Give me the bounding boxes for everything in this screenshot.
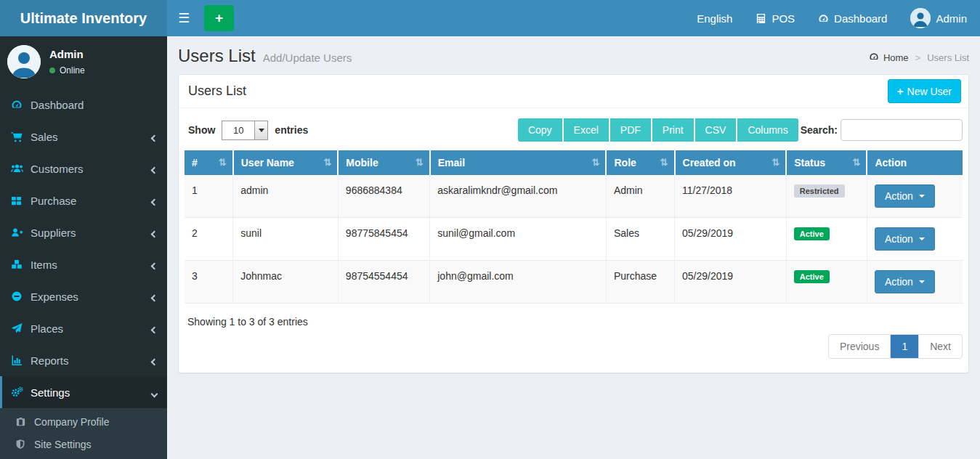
- nav-dashboard[interactable]: Dashboard: [818, 12, 887, 25]
- cell-num: 3: [185, 261, 233, 304]
- nav-language[interactable]: English: [697, 12, 732, 25]
- panel-heading: Users List + New User: [179, 75, 968, 108]
- sidebar-item-purchase[interactable]: Purchase: [0, 184, 167, 216]
- sidebar-item-customers[interactable]: Customers: [0, 153, 167, 184]
- caret-down-icon: [919, 237, 925, 240]
- col-mobile[interactable]: Mobile⇅: [338, 150, 429, 175]
- bar-chart-icon: [11, 354, 31, 366]
- chevron-left-icon: [152, 163, 157, 175]
- table-row: 3 Johnmac 98754554454 john@gmail.com Pur…: [185, 261, 963, 304]
- col-status[interactable]: Status⇅: [786, 150, 867, 175]
- users-table-wrap: #⇅ User Name⇅ Mobile⇅ Email⇅ Role⇅ Creat…: [179, 150, 968, 304]
- breadcrumb-current: Users List: [927, 52, 969, 63]
- sidebar-item-dashboard[interactable]: Dashboard: [0, 89, 167, 121]
- main-content: Users List Add/Update Users Home > Users…: [167, 36, 980, 459]
- cell-user: admin: [233, 175, 339, 218]
- sidebar: Admin Online Dashboard Sales Customers: [0, 36, 167, 459]
- search-label: Search:: [801, 124, 838, 136]
- briefcase-icon: [15, 416, 34, 427]
- new-user-button[interactable]: + New User: [888, 79, 961, 103]
- nav-pos[interactable]: POS: [756, 12, 795, 25]
- minus-circle-icon: [11, 291, 31, 302]
- avatar: [7, 45, 41, 78]
- chevron-down-icon: [254, 121, 267, 139]
- action-button[interactable]: Action: [875, 227, 935, 251]
- page-1-button[interactable]: 1: [890, 335, 918, 358]
- app-logo[interactable]: Ultimate Inventory: [0, 0, 167, 36]
- chevron-left-icon: [152, 227, 157, 239]
- shield-icon: [15, 439, 34, 450]
- online-status-icon: [49, 68, 55, 73]
- next-page-button[interactable]: Next: [918, 335, 962, 358]
- sidebar-item-expenses[interactable]: Expenses: [0, 280, 167, 312]
- avatar: [910, 8, 931, 28]
- sidebar-item-reports[interactable]: Reports: [0, 344, 167, 376]
- sidebar-item-company-profile[interactable]: Company Profile: [0, 410, 167, 433]
- panel-title: Users List: [186, 84, 246, 99]
- columns-button[interactable]: Columns: [737, 118, 798, 142]
- action-button[interactable]: Action: [875, 270, 935, 293]
- cell-mobile: 98775845454: [338, 218, 429, 261]
- cell-created: 05/29/2019: [675, 218, 787, 261]
- hamburger-icon[interactable]: ☰: [167, 0, 201, 36]
- sidebar-item-places[interactable]: Places: [0, 312, 167, 344]
- breadcrumb: Home > Users List: [869, 52, 969, 64]
- sidebar-menu: Dashboard Sales Customers Purchase: [0, 89, 167, 459]
- excel-button[interactable]: Excel: [564, 118, 610, 142]
- sort-icon: ⇅: [660, 157, 668, 168]
- cell-mobile: 98754554454: [338, 261, 429, 304]
- sidebar-item-suppliers[interactable]: Suppliers: [0, 216, 167, 248]
- table-toolbar: Show 10 entries Copy Excel PDF Print CSV…: [179, 108, 968, 150]
- cell-role: Admin: [606, 175, 674, 218]
- cell-email: sunil@gmail.com: [430, 218, 607, 261]
- settings-submenu: Company Profile Site Settings Tax List: [0, 408, 167, 459]
- search-input[interactable]: [841, 119, 963, 141]
- chevron-left-icon: [152, 322, 157, 335]
- status-badge: Active: [794, 270, 830, 283]
- sidebar-item-items[interactable]: Items: [0, 248, 167, 280]
- gears-icon: [11, 386, 31, 398]
- caret-down-icon: [919, 280, 925, 283]
- print-button[interactable]: Print: [652, 118, 695, 142]
- breadcrumb-separator: >: [915, 52, 921, 63]
- nav-user[interactable]: Admin: [910, 8, 967, 28]
- users-list-panel: Users List + New User Show 10 entries Co…: [178, 74, 969, 373]
- chevron-left-icon: [152, 195, 157, 207]
- chevron-left-icon: [152, 131, 157, 143]
- page-length-select[interactable]: 10: [222, 121, 268, 140]
- sidebar-item-tax-list[interactable]: Tax List: [0, 455, 167, 459]
- cell-created: 05/29/2019: [675, 261, 787, 304]
- grid-icon: [11, 195, 31, 206]
- col-created-on[interactable]: Created on⇅: [675, 150, 787, 175]
- calculator-icon: [756, 13, 766, 24]
- sidebar-item-settings[interactable]: Settings: [0, 376, 167, 408]
- table-row: 2 sunil 98775845454 sunil@gmail.com Sale…: [185, 218, 963, 261]
- sidebar-item-sales[interactable]: Sales: [0, 121, 167, 153]
- sidebar-user-status[interactable]: Online: [49, 65, 85, 76]
- page-subtitle: Add/Update Users: [263, 52, 352, 64]
- speedometer-icon: [11, 99, 31, 110]
- sort-icon: ⇅: [219, 157, 227, 168]
- col-num[interactable]: #⇅: [185, 150, 233, 175]
- sidebar-item-site-settings[interactable]: Site Settings: [0, 433, 167, 455]
- quick-add-button[interactable]: +: [204, 5, 234, 31]
- col-email[interactable]: Email⇅: [430, 150, 607, 175]
- pdf-button[interactable]: PDF: [610, 118, 652, 142]
- csv-button[interactable]: CSV: [695, 118, 738, 142]
- plus-icon: +: [215, 10, 223, 26]
- page-length-control: Show 10 entries: [185, 121, 308, 140]
- chevron-left-icon: [152, 291, 157, 303]
- col-role[interactable]: Role⇅: [606, 150, 674, 175]
- copy-button[interactable]: Copy: [518, 118, 564, 142]
- users-icon: [11, 163, 31, 174]
- previous-page-button[interactable]: Previous: [829, 335, 890, 358]
- action-button[interactable]: Action: [875, 184, 935, 208]
- user-plus-icon: [11, 227, 31, 238]
- status-badge: Active: [794, 227, 830, 240]
- cell-email: john@gmail.com: [430, 261, 607, 304]
- cell-mobile: 9686884384: [338, 175, 429, 218]
- col-user-name[interactable]: User Name⇅: [233, 150, 339, 175]
- breadcrumb-home[interactable]: Home: [869, 52, 909, 64]
- cell-user: Johnmac: [233, 261, 339, 304]
- sidebar-user-name: Admin: [49, 48, 85, 60]
